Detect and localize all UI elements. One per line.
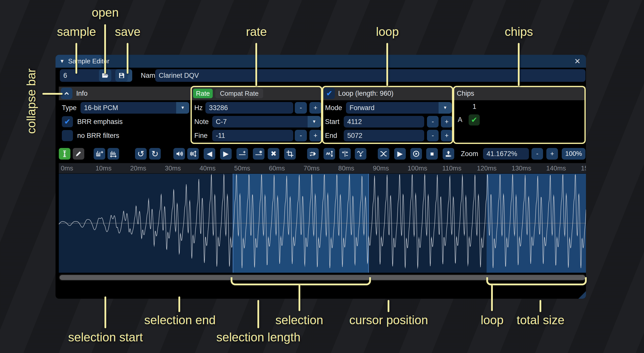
annotation-open: open xyxy=(92,6,119,19)
insert-silence-button[interactable] xyxy=(236,148,248,160)
resize-grip[interactable] xyxy=(578,291,586,299)
loop-end-minus-button[interactable]: - xyxy=(427,130,439,141)
play-selection-button[interactable] xyxy=(410,148,422,160)
play-circle-icon xyxy=(412,150,420,158)
annotation-loop-top: loop xyxy=(376,25,399,39)
loop-end-input[interactable]: 5072 xyxy=(344,130,424,141)
brr-emphasis-checkbox[interactable]: ✔ xyxy=(62,116,73,127)
note-dropdown[interactable]: C-7 ▼ xyxy=(212,116,321,128)
chevron-down-icon[interactable]: ▼ xyxy=(176,102,189,114)
zoom-label: Zoom xyxy=(461,148,478,160)
annotation-selection: selection xyxy=(275,313,323,327)
hz-plus-button[interactable]: + xyxy=(309,102,321,114)
loop-start-plus-button[interactable]: + xyxy=(441,116,452,128)
hz-input[interactable]: 33286 xyxy=(205,102,293,114)
no-brr-filters-checkbox[interactable] xyxy=(62,130,73,141)
compat-rate-tab[interactable]: Compat Rate xyxy=(215,89,263,98)
invert-button[interactable] xyxy=(324,148,335,160)
fine-minus-button[interactable]: - xyxy=(295,130,307,141)
compat-rate-tab-label: Compat Rate xyxy=(220,90,258,97)
sign-button[interactable] xyxy=(339,148,351,160)
chevron-down-icon[interactable]: ▼ xyxy=(308,116,321,128)
resample-button[interactable] xyxy=(108,148,119,160)
tool-select-button[interactable] xyxy=(59,148,70,160)
apply-silence-button[interactable] xyxy=(253,148,264,160)
window-collapse-icon[interactable]: ▼ xyxy=(60,55,65,68)
hz-minus-button[interactable]: - xyxy=(295,102,307,114)
filter-button[interactable] xyxy=(355,148,366,160)
fine-input[interactable]: -11 xyxy=(212,130,293,141)
fade-in-button[interactable]: ◀ xyxy=(204,148,215,160)
loop-start-minus-button[interactable]: - xyxy=(427,116,439,128)
upload-icon xyxy=(445,150,452,158)
zoom-input[interactable]: 41.1672% xyxy=(483,148,529,160)
tool-draw-button[interactable] xyxy=(73,148,84,160)
zoom-reset-button[interactable]: 100% xyxy=(562,148,585,160)
crossfade-icon xyxy=(380,150,387,158)
ruler-label: 80ms xyxy=(338,163,354,173)
annotation-rate: rate xyxy=(246,25,267,39)
loop-mode-value: Forward xyxy=(350,104,374,112)
annotation-line-collapse-bar xyxy=(42,93,63,95)
normalize-button[interactable] xyxy=(187,148,199,160)
ruler-label: 40ms xyxy=(200,163,216,173)
stop-icon: ■ xyxy=(430,151,434,157)
fade-out-button[interactable]: ▶ xyxy=(220,148,232,160)
hz-label: Hz xyxy=(194,102,203,114)
signed-unsigned-icon xyxy=(341,150,349,158)
annotation-line-selection xyxy=(299,284,300,311)
speaker-icon xyxy=(175,150,183,158)
time-ruler: 0ms10ms20ms30ms40ms50ms60ms70ms80ms90ms1… xyxy=(59,163,586,174)
ruler-label: 70ms xyxy=(304,163,320,173)
undo-icon: ↺ xyxy=(137,149,145,158)
undo-button[interactable]: ↺ xyxy=(135,148,147,160)
annotation-line-cursor xyxy=(388,300,389,312)
close-button[interactable]: ✕ xyxy=(572,55,582,68)
resize-button[interactable] xyxy=(94,148,105,160)
title-bar[interactable]: ▼ Sample Editor ✕ xyxy=(56,55,586,68)
crop-icon xyxy=(286,150,294,158)
zoom-out-button[interactable]: - xyxy=(531,148,543,160)
chip-row-label: A xyxy=(456,114,464,125)
chevron-down-icon[interactable]: ▼ xyxy=(439,102,452,114)
ruler-label: 90ms xyxy=(373,163,389,173)
loop-bracket xyxy=(486,277,587,285)
waveform-invert-icon xyxy=(326,150,333,158)
redo-button[interactable]: ↻ xyxy=(149,148,161,160)
amplify-button[interactable] xyxy=(173,148,185,160)
import-button[interactable] xyxy=(443,148,454,160)
type-dropdown[interactable]: 16-bit PCM ▼ xyxy=(80,102,189,114)
fine-plus-button[interactable]: + xyxy=(309,130,321,141)
crossfade-button[interactable] xyxy=(378,148,389,160)
reverse-button[interactable] xyxy=(307,148,319,160)
loop-end-plus-button[interactable]: + xyxy=(441,130,452,141)
annotation-save: save xyxy=(115,25,140,39)
trim-button[interactable] xyxy=(284,148,296,160)
chip-enable-checkbox[interactable]: ✔ xyxy=(469,114,480,125)
ruler-label: 130ms xyxy=(512,163,531,173)
delete-button[interactable]: ✖ xyxy=(268,148,279,160)
hz-value: 33286 xyxy=(209,104,228,112)
annotation-line-selection-start xyxy=(104,296,106,328)
zoom-value: 41.1672% xyxy=(487,150,517,158)
name-value: Clarinet DQV xyxy=(159,72,199,79)
play-button[interactable]: ▶ xyxy=(394,148,406,160)
loop-start-input[interactable]: 4112 xyxy=(344,116,424,128)
annotation-line-rate xyxy=(255,43,257,86)
stop-button[interactable]: ■ xyxy=(426,148,438,160)
zoom-in-button[interactable]: + xyxy=(546,148,558,160)
loop-mode-dropdown[interactable]: Forward ▼ xyxy=(346,102,452,114)
ruler-label: 50ms xyxy=(234,163,250,173)
loop-enable-checkbox[interactable]: ✔ xyxy=(324,88,335,99)
name-input[interactable]: Clarinet DQV xyxy=(155,69,585,82)
sample-editor-window: ▼ Sample Editor ✕ 6 ▼ Name Clarinet DQ xyxy=(56,55,586,299)
fade-in-icon: ◀ xyxy=(207,150,212,157)
ruler-label: 60ms xyxy=(269,163,285,173)
waveform-vertical-arrows-icon xyxy=(189,150,197,158)
rate-tab[interactable]: Rate xyxy=(193,89,213,98)
save-sample-button[interactable] xyxy=(115,69,128,82)
type-label: Type xyxy=(62,102,77,114)
type-value: 16-bit PCM xyxy=(84,104,118,112)
window-title: Sample Editor xyxy=(68,55,109,68)
waveform-canvas[interactable] xyxy=(59,174,586,273)
